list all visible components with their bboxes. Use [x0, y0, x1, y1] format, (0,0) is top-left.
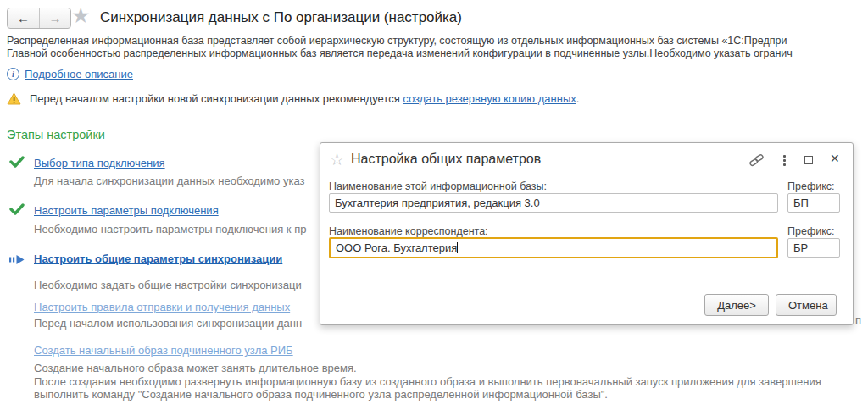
detailed-description-row: i Подробное описание [7, 68, 133, 80]
current-step-arrow-icon [8, 253, 25, 269]
step-link-connection-type[interactable]: Выбор типа подключения [34, 157, 165, 169]
step-link-common-params[interactable]: Настроить общие параметры синхронизации [34, 252, 282, 265]
step-desc-initial-image-3: выполнить команду "Создание начального о… [34, 388, 608, 401]
step-desc-initial-image-2: После создания необходимо развернуть инф… [34, 375, 821, 388]
correspondent-name-input[interactable]: ООО Рога. Бухгалтерия [329, 237, 778, 258]
cancel-button[interactable]: Отмена [776, 294, 837, 316]
close-icon[interactable]: ✕ [830, 152, 840, 165]
step-link-send-receive-rules[interactable]: Настроить правила отправки и получения д… [34, 301, 290, 313]
detailed-description-link[interactable]: Подробное описание [25, 68, 133, 80]
text-caret [457, 242, 458, 253]
favorite-star-icon[interactable]: ★ [71, 3, 90, 28]
intro-line-1: Распределенная информационная база предс… [7, 35, 793, 47]
warning-icon [7, 92, 21, 105]
get-link-icon[interactable] [749, 153, 764, 170]
field-label-correspondent-name: Наименование корреспондента: [329, 225, 488, 237]
forward-button[interactable]: → [39, 8, 70, 28]
dialog-favorite-star-icon[interactable]: ☆ [330, 150, 344, 169]
back-button[interactable]: ← [8, 8, 39, 28]
page-title: Синхронизация данных с По организации (н… [100, 9, 462, 26]
next-button[interactable]: Далее> [704, 294, 769, 316]
steps-heading: Этапы настройки [7, 128, 105, 141]
field-label-prefix-1: Префикс: [787, 180, 835, 192]
app-window: ← → ★ Синхронизация данных с По организа… [0, 0, 868, 410]
step-link-initial-image[interactable]: Создать начальный образ подчиненного узл… [34, 344, 293, 357]
step-desc-connection-type: Для начала синхронизации данных необходи… [34, 175, 304, 187]
history-nav-group: ← → [7, 8, 71, 29]
infobase-prefix-input[interactable] [787, 193, 840, 213]
intro-line-2: Главной особенностью распределенных инфо… [7, 47, 793, 60]
step-desc-common-params: Необходимо задать общие настройки синхро… [34, 279, 302, 291]
correspondent-prefix-input[interactable] [787, 238, 840, 258]
dialog-title: Настройка общих параметров [351, 152, 541, 167]
occluded-text-fragment: п [855, 313, 861, 326]
backup-link[interactable]: создать резервную копию данных [403, 92, 576, 105]
step-link-connection-params[interactable]: Настроить параметры подключения [34, 204, 219, 217]
field-label-prefix-2: Префикс: [787, 225, 835, 237]
step-desc-connection-params: Необходимо настроить параметры подключен… [34, 223, 306, 235]
maximize-icon[interactable] [804, 152, 813, 168]
check-icon [8, 203, 25, 219]
backup-warning-row: Перед началом настройки новой синхрониза… [7, 92, 579, 105]
dialog-common-parameters: ☆ Настройка общих параметров ✕ Наименова… [320, 142, 854, 325]
intro-paragraph: Распределенная информационная база предс… [7, 35, 793, 59]
check-icon [8, 156, 25, 171]
more-actions-icon[interactable] [783, 152, 786, 166]
step-desc-initial-image-1: Создание начального образа может занять … [34, 362, 357, 374]
info-icon: i [7, 68, 19, 80]
step-desc-send-receive-rules: Перед началом использования синхронизаци… [34, 317, 302, 330]
infobase-name-input[interactable] [329, 193, 778, 213]
field-label-infobase-name: Наименование этой информационной базы: [329, 180, 547, 192]
warning-text: Перед началом настройки новой синхрониза… [30, 92, 579, 105]
